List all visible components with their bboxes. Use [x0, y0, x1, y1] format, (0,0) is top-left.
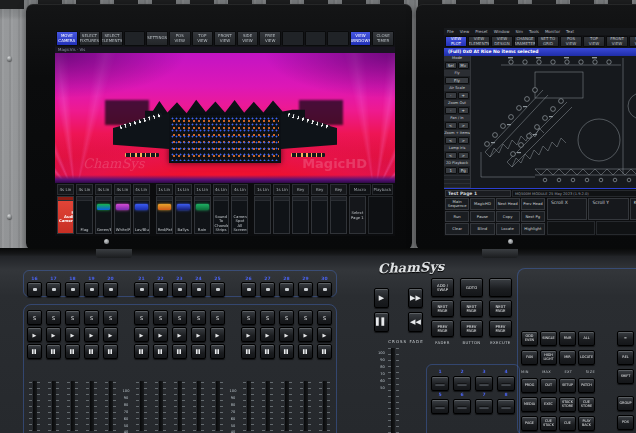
go-button[interactable]: ▶: [298, 327, 313, 342]
cue-cell[interactable]: Camera Spot All Screens: [231, 196, 248, 234]
key-page[interactable]: PAGE: [521, 416, 538, 431]
vis-toolbar-button-2[interactable]: SELECT ELEMENTS: [101, 31, 123, 46]
side-key-REL[interactable]: REL: [617, 350, 634, 365]
key-stack-store[interactable]: STACK STORE: [559, 397, 576, 412]
select-page-button[interactable]: Select Page 1: [349, 196, 366, 234]
vis-toolbar-button-0[interactable]: MOVE CAMERA: [56, 31, 78, 46]
left-touchscreen[interactable]: MOVE CAMERASELECT FIXTURESSELECT ELEMENT…: [55, 30, 395, 236]
fader-track[interactable]: [135, 381, 148, 431]
plot-toolbar-button-6[interactable]: TOP VIEW: [583, 36, 605, 47]
fader-track[interactable]: [242, 381, 255, 431]
go-button[interactable]: ▶: [134, 327, 149, 342]
execute-button[interactable]: [431, 399, 449, 414]
soft-key[interactable]: Next Pg: [521, 211, 545, 223]
menu-item[interactable]: File: [447, 29, 454, 34]
encoder-legend[interactable]: Scroll Y: [588, 198, 628, 220]
flash-button[interactable]: [103, 282, 118, 297]
sidebar-button[interactable]: >: [458, 137, 470, 144]
page-top-button[interactable]: ADD / SWAP: [431, 278, 454, 297]
plot-toolbar-button-0[interactable]: VIEW PLOT: [445, 36, 467, 47]
select-button[interactable]: S: [298, 310, 313, 325]
fader-track[interactable]: [28, 381, 41, 431]
pause-button[interactable]: ▌▌: [298, 344, 313, 359]
sidebar-button[interactable]: +: [458, 92, 470, 99]
select-button[interactable]: S: [317, 310, 332, 325]
select-button[interactable]: S: [241, 310, 256, 325]
pause-button[interactable]: ▌▌: [103, 344, 118, 359]
fader-track[interactable]: [47, 381, 60, 431]
select-button[interactable]: S: [84, 310, 99, 325]
soft-key[interactable]: Main Sequence: [445, 198, 469, 210]
page-top-button[interactable]: GOTO: [460, 278, 483, 297]
prev-page-button[interactable]: PREV PAGE: [489, 320, 512, 337]
cue-cell[interactable]: Ballys: [175, 196, 192, 234]
flash-button[interactable]: [134, 282, 149, 297]
menu-item[interactable]: Preset: [475, 29, 487, 34]
sidebar-button[interactable]: -: [445, 107, 457, 114]
soft-key[interactable]: Next Head: [496, 198, 520, 210]
execute-button[interactable]: [453, 399, 471, 414]
execute-button[interactable]: [475, 376, 493, 391]
pause-button[interactable]: ▌▌: [260, 344, 275, 359]
soft-key[interactable]: Prev Head: [521, 198, 545, 210]
sidebar-button[interactable]: -: [445, 92, 457, 99]
execute-button[interactable]: [497, 376, 515, 391]
plot-toolbar-button-5[interactable]: POS VIEW: [560, 36, 582, 47]
select-button[interactable]: S: [153, 310, 168, 325]
flash-button[interactable]: [46, 282, 61, 297]
soft-key[interactable]: Highlight: [521, 223, 545, 235]
go-button[interactable]: ▶: [279, 327, 294, 342]
cue-cell[interactable]: Sound To Chandelier Strips: [213, 196, 230, 234]
side-key-GROUP[interactable]: GROUP: [617, 396, 634, 411]
pause-button[interactable]: ▌▌: [134, 344, 149, 359]
flash-button[interactable]: [298, 282, 313, 297]
go-button[interactable]: ▶: [172, 327, 187, 342]
pause-button[interactable]: ▌▌: [191, 344, 206, 359]
fader-track[interactable]: [299, 381, 312, 431]
crossfade-rewind-button[interactable]: ◀◀: [408, 312, 423, 332]
flash-button[interactable]: [241, 282, 256, 297]
flash-button[interactable]: [279, 282, 294, 297]
key-prog[interactable]: PROG: [521, 378, 538, 393]
sidebar-button[interactable]: <: [445, 152, 457, 159]
go-button[interactable]: ▶: [103, 327, 118, 342]
plot-toolbar-button-4[interactable]: SET TO GRID: [537, 36, 559, 47]
fader-track[interactable]: [211, 381, 224, 431]
soft-key[interactable]: Locate: [496, 223, 520, 235]
key-patch[interactable]: PATCH: [578, 378, 595, 393]
pause-button[interactable]: ▌▌: [241, 344, 256, 359]
fader-track[interactable]: [173, 381, 186, 431]
select-button[interactable]: S: [103, 310, 118, 325]
go-button[interactable]: ▶: [153, 327, 168, 342]
fader-track[interactable]: [154, 381, 167, 431]
flash-button[interactable]: [172, 282, 187, 297]
page-blank-button[interactable]: [489, 278, 512, 297]
flash-button[interactable]: [65, 282, 80, 297]
menu-item[interactable]: Monitor: [545, 29, 560, 34]
flash-button[interactable]: [153, 282, 168, 297]
sidebar-button[interactable]: Mv: [458, 62, 470, 69]
active-cue-cell[interactable]: S7 Audience Cameras/Pyro: [57, 196, 74, 234]
fader-track[interactable]: [192, 381, 205, 431]
macro-cell[interactable]: [368, 196, 393, 234]
pause-button[interactable]: ▌▌: [84, 344, 99, 359]
select-button[interactable]: S: [27, 310, 42, 325]
next-page-button[interactable]: NEXT PAGE: [431, 300, 454, 317]
key-exec[interactable]: EXEC: [540, 397, 557, 412]
pause-button[interactable]: ▌▌: [27, 344, 42, 359]
key-locate[interactable]: LOCATE: [578, 350, 595, 365]
sidebar-button[interactable]: <: [445, 137, 457, 144]
fader-track[interactable]: [318, 381, 331, 431]
go-button[interactable]: ▶: [191, 327, 206, 342]
vis-toolbar-button-9[interactable]: FREE VIEW: [259, 31, 281, 46]
cue-cell[interactable]: [330, 196, 347, 234]
go-button[interactable]: ▶: [210, 327, 225, 342]
cue-cell[interactable]: Flag: [76, 196, 93, 234]
vis-toolbar-button-8[interactable]: SIDE VIEW: [237, 31, 259, 46]
cue-cell[interactable]: White/Progress: [114, 196, 131, 234]
pause-button[interactable]: ▌▌: [317, 344, 332, 359]
menu-item[interactable]: Sim: [515, 29, 523, 34]
soft-key[interactable]: Copy: [496, 211, 520, 223]
key-cue[interactable]: CUE: [559, 416, 576, 431]
cue-cell[interactable]: Red/Pattern: [156, 196, 173, 234]
